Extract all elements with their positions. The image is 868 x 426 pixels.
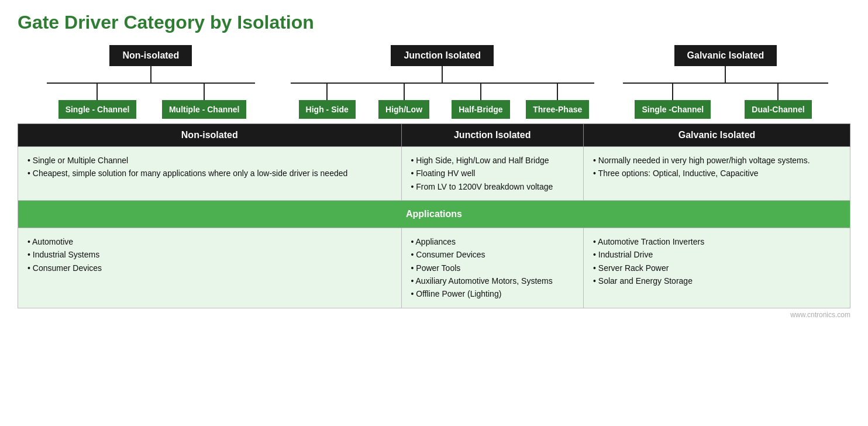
tree-section-galvanic-isolated: Galvanic Isolated Single -Channel Dual-C… (601, 45, 850, 119)
children-galvanic-isolated: Single -Channel Dual-Channel (623, 84, 828, 119)
children-non-isolated: Single - Channel Multiple - Channel (47, 84, 254, 119)
app-gi-4: Solar and Energy Storage (593, 274, 841, 287)
features-non-isolated: Single or Multiple Channel Cheapest, sim… (18, 147, 402, 201)
children-junction-isolated: High - Side High/Low Half-Bridge Three-P… (291, 84, 594, 119)
apps-junction-isolated: Appliances Consumer Devices Power Tools … (401, 228, 584, 308)
tree-section-non-isolated: Non-isolated Single - Channel Multiple -… (18, 45, 284, 119)
leaf-multiple-channel: Multiple - Channel (162, 100, 247, 119)
child-single-channel-gal: Single -Channel (623, 84, 722, 119)
feature-gi-2: Three options: Optical, Inductive, Capac… (593, 167, 841, 180)
leaf-single-channel-gal: Single -Channel (635, 100, 711, 119)
app-ni-1: Automotive (27, 235, 392, 248)
app-ni-2: Industrial Systems (27, 248, 392, 261)
v-connector-half-bridge (480, 84, 481, 100)
feature-ni-1: Single or Multiple Channel (27, 154, 392, 167)
app-ji-2: Consumer Devices (411, 248, 574, 261)
features-galvanic-isolated: Normally needed in very high power/high … (584, 147, 850, 201)
tree-section-junction-isolated: Junction Isolated High - Side High/Low H… (284, 45, 601, 119)
features-junction-isolated: High Side, High/Low and Half Bridge Floa… (401, 147, 584, 201)
child-half-bridge: Half-Bridge (444, 84, 517, 119)
app-ji-4: Auxiliary Automotive Motors, Systems (411, 274, 574, 287)
feature-gi-1: Normally needed in very high power/high … (593, 154, 841, 167)
leaf-three-phase: Three-Phase (526, 100, 589, 119)
header-junction-isolated: Junction Isolated (401, 124, 584, 147)
child-three-phase: Three-Phase (521, 84, 594, 119)
v-connector-single (97, 84, 98, 100)
app-ji-1: Appliances (411, 235, 574, 248)
connector-junction (442, 66, 443, 83)
root-galvanic-isolated: Galvanic Isolated (674, 45, 777, 66)
applications-row: Automotive Industrial Systems Consumer D… (18, 228, 850, 308)
apps-non-isolated: Automotive Industrial Systems Consumer D… (18, 228, 402, 308)
h-bar-non (47, 83, 254, 84)
leaf-half-bridge: Half-Bridge (452, 100, 509, 119)
feature-ni-2: Cheapest, simple solution for many appli… (27, 167, 392, 180)
h-bar-galvanic (623, 83, 828, 84)
connector-galvanic (725, 66, 726, 83)
connector-non-isolated (150, 66, 151, 83)
app-gi-1: Automotive Traction Inverters (593, 235, 841, 248)
apps-galvanic-isolated: Automotive Traction Inverters Industrial… (584, 228, 850, 308)
app-ji-3: Power Tools (411, 262, 574, 274)
app-ji-5: Offline Power (Lighting) (411, 287, 574, 300)
child-high-low: High/Low (367, 84, 440, 119)
child-dual-channel: Dual-Channel (728, 84, 828, 119)
leaf-single-channel: Single - Channel (58, 100, 137, 119)
child-single-channel: Single - Channel (47, 84, 148, 119)
header-galvanic-isolated: Galvanic Isolated (584, 124, 850, 147)
main-table: Non-isolated Junction Isolated Galvanic … (18, 123, 850, 308)
child-high-side: High - Side (291, 84, 364, 119)
root-non-isolated: Non-isolated (109, 45, 192, 66)
v-connector-multiple (204, 84, 205, 100)
applications-header-row: Applications (18, 201, 850, 228)
v-connector-high-side (326, 84, 328, 100)
leaf-high-low: High/Low (378, 100, 429, 119)
v-connector-three-phase (557, 84, 558, 100)
leaf-high-side: High - Side (299, 100, 356, 119)
header-non-isolated: Non-isolated (18, 124, 402, 147)
page-title: Gate Driver Category by Isolation (18, 12, 850, 33)
app-gi-3: Server Rack Power (593, 262, 841, 274)
feature-ji-1: High Side, High/Low and Half Bridge (411, 154, 574, 167)
child-multiple-channel: Multiple - Channel (154, 84, 255, 119)
v-connector-single-gal (672, 84, 673, 100)
feature-ji-2: Floating HV well (411, 167, 574, 180)
root-junction-isolated: Junction Isolated (391, 45, 494, 66)
tree-diagram: Non-isolated Single - Channel Multiple -… (18, 45, 850, 119)
applications-header-cell: Applications (18, 201, 850, 228)
leaf-dual-channel: Dual-Channel (745, 100, 811, 119)
v-connector-high-low (404, 84, 405, 100)
features-row: Single or Multiple Channel Cheapest, sim… (18, 147, 850, 201)
app-ni-3: Consumer Devices (27, 262, 392, 274)
watermark: www.cntronics.com (18, 311, 850, 319)
app-gi-2: Industrial Drive (593, 248, 841, 261)
v-connector-dual (777, 84, 779, 100)
feature-ji-3: From LV to 1200V breakdown voltage (411, 180, 574, 193)
h-bar-junction (291, 83, 594, 84)
